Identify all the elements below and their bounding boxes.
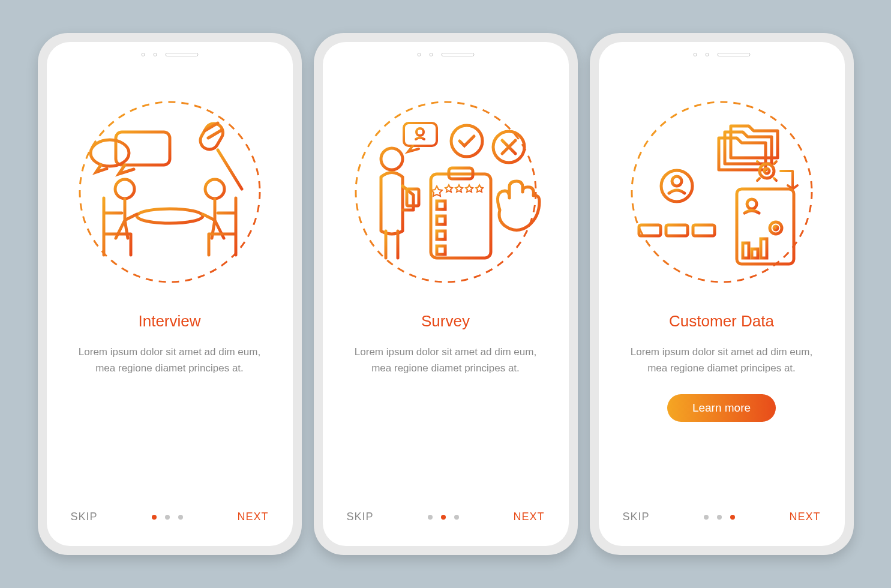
page-dot-2[interactable] [717,515,722,520]
svg-line-39 [757,161,760,164]
svg-rect-52 [693,225,715,236]
phone-mockup-1: Interview Lorem ipsum dolor sit amet ad … [38,33,302,555]
svg-point-54 [747,199,757,209]
svg-point-0 [80,102,260,282]
onboarding-screen-3: Customer Data Lorem ipsum dolor sit amet… [599,42,845,546]
svg-point-19 [416,128,424,136]
svg-line-41 [774,161,776,164]
onboarding-screen-2: Survey Lorem ipsum dolor sit amet ad dim… [323,42,569,546]
page-dot-2[interactable] [441,515,446,520]
pagination-dots [704,515,735,520]
svg-point-2 [91,140,129,166]
pagination-dots [428,515,459,520]
svg-rect-30 [437,246,445,254]
svg-point-14 [205,179,224,199]
svg-point-16 [381,148,403,170]
svg-rect-26 [437,216,445,224]
page-dot-3[interactable] [454,515,459,520]
svg-point-58 [774,226,778,230]
svg-point-20 [451,125,482,157]
svg-line-42 [757,178,760,181]
learn-more-button[interactable]: Learn more [667,394,776,422]
svg-rect-61 [761,239,767,258]
svg-point-10 [137,209,203,223]
next-button[interactable]: NEXT [513,511,544,523]
svg-rect-28 [437,231,445,239]
phone-mockup-2: Survey Lorem ipsum dolor sit amet ad dim… [314,33,578,555]
phone-mockup-3: Customer Data Lorem ipsum dolor sit amet… [590,33,854,555]
skip-button[interactable]: SKIP [623,511,650,523]
phone-notch [693,53,750,56]
page-dot-1[interactable] [428,515,433,520]
svg-rect-60 [752,249,758,258]
svg-point-34 [764,169,769,173]
svg-line-9 [208,130,221,138]
skip-button[interactable]: SKIP [347,511,374,523]
svg-line-40 [774,178,776,181]
next-button[interactable]: NEXT [789,511,820,523]
screen-title: Customer Data [669,312,774,331]
page-dot-1[interactable] [704,515,709,520]
onboarding-screen-1: Interview Lorem ipsum dolor sit amet ad … [47,42,293,546]
svg-rect-51 [666,225,688,236]
screen-description: Lorem ipsum dolor sit amet ad dim eum, m… [599,344,845,376]
onboarding-nav: SKIP NEXT [599,511,845,523]
interview-icon [68,90,272,294]
screen-title: Interview [138,312,200,331]
next-button[interactable]: NEXT [237,511,268,523]
screen-description: Lorem ipsum dolor sit amet ad dim eum, m… [47,344,293,376]
svg-rect-59 [743,243,749,258]
svg-point-57 [770,222,782,234]
screen-title: Survey [421,312,470,331]
page-dot-1[interactable] [152,515,157,520]
phone-notch [141,53,198,56]
survey-icon [344,90,548,294]
onboarding-nav: SKIP NEXT [47,511,293,523]
svg-point-32 [632,102,812,282]
phone-notch [417,53,474,56]
customer-data-icon [620,90,824,294]
svg-point-13 [115,179,134,199]
page-dot-3[interactable] [730,515,735,520]
svg-point-44 [672,176,682,186]
svg-rect-24 [437,201,445,209]
screen-description: Lorem ipsum dolor sit amet ad dim eum, m… [323,344,569,376]
page-dot-3[interactable] [178,515,183,520]
onboarding-nav: SKIP NEXT [323,511,569,523]
page-dot-2[interactable] [165,515,170,520]
skip-button[interactable]: SKIP [71,511,98,523]
pagination-dots [152,515,183,520]
